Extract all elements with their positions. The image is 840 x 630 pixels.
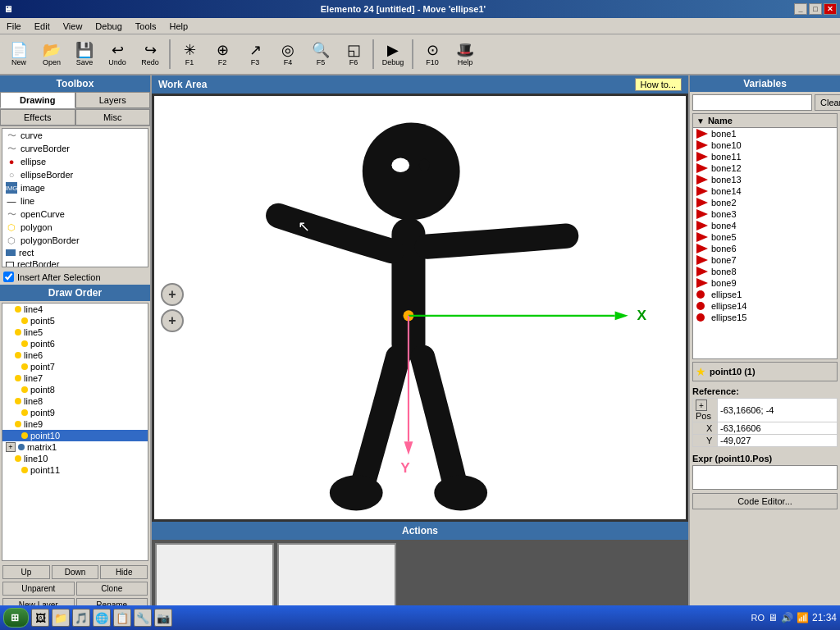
help-button[interactable]: 🎩 Help [450,37,481,71]
list-item[interactable]: ⬡ polygonBorder [2,234,148,247]
dot-icon [21,317,28,324]
f1-button[interactable]: ✳ F1 [174,37,205,71]
list-item[interactable]: ⬡ polygon [2,221,148,234]
var-item[interactable]: bone11 [693,151,837,162]
list-item[interactable]: point9 [2,407,148,418]
ellipseborder-icon: ○ [6,169,17,180]
list-item-selected[interactable]: point10 [2,430,148,441]
taskbar-icon-7[interactable]: 📷 [154,609,172,627]
list-item[interactable]: line8 [2,395,148,407]
f6-button[interactable]: ◱ F6 [338,37,369,71]
bone-icon [696,140,708,150]
list-item[interactable]: line7 [2,372,148,384]
taskbar-icon-5[interactable]: 📋 [113,609,131,627]
list-item[interactable]: — line [2,194,148,208]
menu-help[interactable]: Help [166,20,191,33]
f3-button[interactable]: ↗ F3 [240,37,271,71]
taskbar-icon-6[interactable]: 🔧 [134,609,152,627]
maximize-btn[interactable]: □ [809,3,822,15]
list-item[interactable]: line6 [2,349,148,361]
save-button[interactable]: 💾 Save [69,37,100,71]
open-button[interactable]: 📂 Open [36,37,67,71]
list-item[interactable]: 〜 curveBorder [2,142,148,155]
var-item[interactable]: bone14 [693,185,837,197]
var-item[interactable]: bone12 [693,162,837,174]
var-item[interactable]: ellipse14 [693,300,837,312]
menu-file[interactable]: File [3,20,25,33]
list-item[interactable]: point8 [2,384,148,395]
redo-button[interactable]: ↪ Redo [135,37,166,71]
var-item[interactable]: bone8 [693,266,837,277]
taskbar-icon-1[interactable]: 🖼 [31,609,49,627]
bone-icon [696,198,708,208]
var-search-input[interactable] [692,94,812,111]
list-item[interactable]: line4 [2,304,148,315]
var-item[interactable]: bone13 [693,174,837,185]
list-item[interactable]: point11 [2,464,148,476]
unparent-button[interactable]: Unparent [2,582,75,596]
list-item[interactable]: IMG image [2,181,148,194]
var-item[interactable]: bone10 [693,139,837,151]
tab-misc[interactable]: Misc [75,109,151,126]
f2-button[interactable]: ⊕ F2 [207,37,238,71]
var-item[interactable]: ellipse1 [693,289,837,300]
list-item[interactable]: point6 [2,338,148,349]
list-item[interactable]: ○ ellipseBorder [2,168,148,181]
menu-debug[interactable]: Debug [92,20,125,33]
expand-btn[interactable]: + [6,442,16,452]
f10-icon: ⊙ [427,43,439,57]
list-item[interactable]: ● ellipse [2,155,148,168]
list-item[interactable]: rect [2,247,148,258]
var-item[interactable]: bone4 [693,220,837,231]
list-item[interactable]: point7 [2,361,148,372]
var-item[interactable]: bone9 [693,277,837,289]
tab-layers[interactable]: Layers [75,92,151,108]
dot-icon [21,467,28,473]
zoom-in-button[interactable]: + [161,283,184,306]
var-clear-button[interactable]: Clear [815,94,840,111]
minimize-btn[interactable]: _ [794,3,807,15]
up-button[interactable]: Up [2,565,50,579]
list-item[interactable]: point5 [2,315,148,326]
insert-after-checkbox[interactable] [3,272,14,282]
list-item[interactable]: + matrix1 [2,441,148,453]
var-item[interactable]: bone6 [693,243,837,254]
menu-edit[interactable]: Edit [31,20,53,33]
list-item[interactable]: rectBorder [2,258,148,267]
start-button[interactable]: ⊞ [3,608,29,628]
f4-button[interactable]: ◎ F4 [272,37,304,71]
f10-button[interactable]: ⊙ F10 [417,37,448,71]
f5-button[interactable]: 🔍 F5 [305,37,336,71]
var-item[interactable]: bone7 [693,254,837,266]
list-item[interactable]: 〜 openCurve [2,208,148,221]
how-to-button[interactable]: How to... [635,78,682,91]
var-item[interactable]: bone5 [693,231,837,243]
menu-view[interactable]: View [60,20,86,33]
var-item[interactable]: bone2 [693,197,837,208]
zoom-out-button[interactable]: + [161,309,184,332]
expr-input[interactable] [692,465,838,490]
tab-drawing[interactable]: Drawing [0,92,75,108]
taskbar-icon-3[interactable]: 🎵 [72,609,90,627]
canvas-area[interactable]: X Y + + ↖ [152,94,688,522]
undo-button[interactable]: ↩ Undo [102,37,133,71]
code-editor-button[interactable]: Code Editor... [692,493,838,509]
menu-tools[interactable]: Tools [132,20,160,33]
var-item[interactable]: ellipse15 [693,312,837,323]
list-item[interactable]: line9 [2,418,148,430]
new-button[interactable]: 📄 New [3,37,34,71]
close-btn[interactable]: ✕ [824,3,837,15]
list-item[interactable]: 〜 curve [2,129,148,142]
var-item[interactable]: bone3 [693,208,837,220]
taskbar-icon-2[interactable]: 📁 [52,609,70,627]
var-item[interactable]: bone1 [693,128,837,139]
clone-button[interactable]: Clone [76,582,148,596]
list-item[interactable]: line10 [2,453,148,464]
expand-button[interactable]: + [696,399,707,411]
hide-button[interactable]: Hide [100,565,148,579]
down-button[interactable]: Down [52,565,99,579]
taskbar-icon-4[interactable]: 🌐 [93,609,111,627]
tab-effects[interactable]: Effects [0,109,75,126]
debug-button[interactable]: ▶ Debug [377,37,409,71]
list-item[interactable]: line5 [2,326,148,338]
